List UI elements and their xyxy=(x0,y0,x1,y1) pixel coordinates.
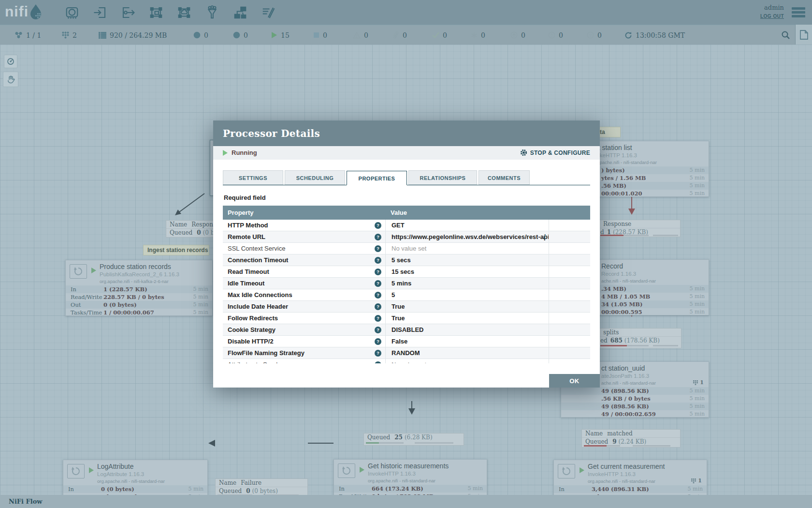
connection-label-splits[interactable]: splits ed685(178.56 KB) xyxy=(599,328,682,348)
global-menu-button[interactable] xyxy=(792,7,805,18)
running-status-icon xyxy=(223,150,228,156)
tab-relationships[interactable]: RELATIONSHIPS xyxy=(408,170,477,185)
svg-text:?: ? xyxy=(589,33,592,38)
property-row-include-date-header[interactable]: Include Date Header? True xyxy=(223,301,590,313)
sync-failure-count: ? 0 xyxy=(587,25,602,45)
not-transmitting-icon xyxy=(233,31,240,39)
breadcrumb[interactable]: NiFi Flow xyxy=(9,498,43,505)
warning-icon xyxy=(353,32,361,39)
drag-remote-process-group-button[interactable] xyxy=(174,4,194,21)
property-row-http-method[interactable]: HTTP Method? GET xyxy=(223,220,590,231)
processor-type-icon xyxy=(558,464,575,478)
processor-bundle: ache.nifi - nifi-standard-nar xyxy=(601,380,656,386)
stopped-count: 0 xyxy=(313,25,327,45)
info-icon[interactable]: i xyxy=(543,231,545,243)
last-refresh[interactable]: 13:00:58 GMT xyxy=(624,25,685,45)
nifi-drop-icon xyxy=(29,3,43,20)
drag-funnel-button[interactable] xyxy=(202,4,222,21)
drag-label-button[interactable] xyxy=(258,4,278,21)
tab-settings[interactable]: SETTINGS xyxy=(223,170,283,185)
pan-tool-button[interactable] xyxy=(3,72,18,87)
dialog-status-row: Running STOP & CONFIGURE xyxy=(213,146,600,160)
check-icon xyxy=(432,32,439,38)
processor-stats: 49 (898.56 KB)5 min .56 KB / 0 bytes5 mi… xyxy=(561,387,709,418)
help-icon[interactable]: ? xyxy=(375,315,381,322)
property-row-ssl-context-service[interactable]: SSL Context Service? No value set xyxy=(223,243,590,254)
stop-and-configure-button[interactable]: STOP & CONFIGURE xyxy=(520,149,590,156)
processor-name: Produce station records xyxy=(100,263,171,270)
running-icon xyxy=(89,467,94,473)
input-port-icon xyxy=(93,5,107,20)
connection-label-live-response[interactable]: Response d1(228.57 KB) xyxy=(599,220,681,237)
processor-details-dialog: Processor Details Running STOP & CONFIGU… xyxy=(213,120,600,388)
process-group-icon xyxy=(149,5,163,20)
help-icon[interactable]: ? xyxy=(375,234,381,240)
property-row-remote-url[interactable]: Remote URL? https://www.pegelonline.wsv.… xyxy=(223,231,590,243)
processor-bundle: org.apache.nifi - nifi-standard-nar xyxy=(368,478,435,483)
flow-label-ingest-station-records[interactable]: Ingest station records xyxy=(143,245,209,255)
property-row-read-timeout[interactable]: Read Timeout? 15 secs xyxy=(223,266,590,278)
search-button[interactable] xyxy=(781,30,790,42)
help-icon[interactable]: ? xyxy=(375,327,381,333)
drag-input-port-button[interactable] xyxy=(90,4,110,21)
help-icon[interactable]: ? xyxy=(375,303,381,310)
arrow-up-circle-icon xyxy=(510,31,518,39)
processor-type: ateJsonPath 1.16.3 xyxy=(601,373,649,379)
processor-type-icon xyxy=(338,463,355,478)
question-circle-icon: ? xyxy=(587,31,594,39)
drag-template-button[interactable] xyxy=(230,4,250,21)
dialog-header: Processor Details xyxy=(213,120,600,146)
property-row-cookie-strategy[interactable]: Cookie Strategy? DISABLED xyxy=(223,324,590,336)
asterisk-icon xyxy=(471,32,478,39)
connection-label-failure[interactable]: NameFailure Queued0(0 bytes) xyxy=(215,478,308,497)
cluster-status: 1 / 1 xyxy=(14,25,41,45)
help-icon[interactable]: ? xyxy=(375,245,381,252)
property-row-flowfile-naming-strategy[interactable]: FlowFile Naming Strategy? RANDOM xyxy=(223,347,590,359)
queue-list-icon xyxy=(99,32,106,39)
drag-process-group-button[interactable] xyxy=(146,4,166,21)
dialog-tabs: SETTINGS SCHEDULING PROPERTIES RELATIONS… xyxy=(223,170,590,185)
help-icon[interactable]: ? xyxy=(375,350,381,357)
drag-output-port-button[interactable] xyxy=(118,4,138,21)
nifi-logo[interactable]: nifi xyxy=(5,3,43,20)
help-icon[interactable]: ? xyxy=(375,338,381,345)
gauge-icon xyxy=(7,58,14,65)
disabled-icon xyxy=(392,31,399,39)
disabled-count: 0 xyxy=(392,25,407,45)
processor-name: LogAttribute xyxy=(97,463,134,470)
help-icon[interactable]: ? xyxy=(375,269,381,275)
birdseye-button[interactable] xyxy=(4,55,17,68)
help-icon[interactable]: ? xyxy=(375,257,381,264)
help-icon[interactable]: ? xyxy=(375,361,381,363)
property-row-disable-http2[interactable]: Disable HTTP/2? False xyxy=(223,336,590,347)
connection-label-matched[interactable]: Namematched Queued9(2.24 KB) xyxy=(581,429,681,448)
document-icon xyxy=(800,30,808,40)
tab-properties[interactable]: PROPERTIES xyxy=(347,171,407,185)
template-icon xyxy=(233,5,247,20)
connection-label-historic-queue[interactable]: Queued25(6.28 KB) xyxy=(363,433,464,446)
processor-type: Record 1.16.3 xyxy=(601,271,636,277)
new-template-button[interactable] xyxy=(796,25,812,45)
nifi-logo-text: nifi xyxy=(5,3,29,20)
logout-link[interactable]: LOG OUT xyxy=(760,14,784,19)
help-icon[interactable]: ? xyxy=(375,292,381,299)
help-icon[interactable]: ? xyxy=(375,222,381,229)
property-row-max-idle-connections[interactable]: Max Idle Connections? 5 xyxy=(223,289,590,301)
help-icon[interactable]: ? xyxy=(375,280,381,287)
running-icon xyxy=(580,467,584,473)
property-row-connection-timeout[interactable]: Connection Timeout? 5 secs xyxy=(223,254,590,266)
processor-type: PublishKafkaRecord_2_6 1.16.3 xyxy=(100,271,179,277)
properties-table: Property Value HTTP Method? GET Remote U… xyxy=(223,206,590,363)
property-row-attributes-to-send[interactable]: Attributes to Send? No value set xyxy=(223,359,590,363)
required-field-note: Required field xyxy=(224,194,266,201)
output-port-icon xyxy=(121,5,135,20)
processor-produce-station-records[interactable]: Produce station records PublishKafkaReco… xyxy=(65,260,213,316)
processor-type: InvokeHTTP 1.16.3 xyxy=(588,471,636,477)
property-row-idle-timeout[interactable]: Idle Timeout? 5 mins xyxy=(223,278,590,289)
drag-processor-button[interactable] xyxy=(62,4,82,21)
tab-comments[interactable]: COMMENTS xyxy=(478,170,530,185)
tab-scheduling[interactable]: SCHEDULING xyxy=(285,170,345,185)
property-row-follow-redirects[interactable]: Follow Redirects? True xyxy=(223,313,590,324)
processor-type: InvokeHTTP 1.16.3 xyxy=(368,471,416,477)
ok-button[interactable]: OK xyxy=(549,374,600,388)
